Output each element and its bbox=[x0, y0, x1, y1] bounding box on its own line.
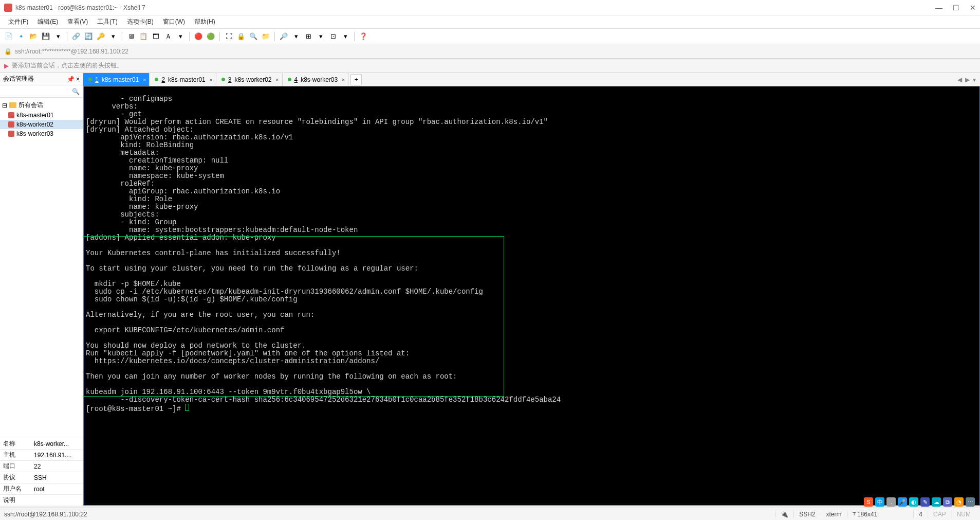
toolbar-icon-0[interactable]: 📄 bbox=[4, 32, 13, 41]
menu-tools[interactable]: 工具(T) bbox=[94, 16, 120, 27]
terminal[interactable]: - configmaps verbs: - get [dryrun] Would… bbox=[83, 86, 980, 506]
tree-root[interactable]: ⊟ 所有会话 bbox=[0, 100, 83, 111]
tab-nav-left-icon[interactable]: ◀ bbox=[957, 76, 962, 83]
toolbar-icon-17[interactable]: 🔴 bbox=[194, 32, 203, 41]
pin-icon[interactable]: 📌 bbox=[67, 76, 75, 83]
terminal-output-boxed: Your Kubernetes control-plane has initia… bbox=[86, 249, 561, 404]
prop-port-label: 端口 bbox=[0, 461, 31, 472]
tab-close-icon[interactable]: × bbox=[209, 77, 212, 83]
toolbar-icon-30[interactable]: ▾ bbox=[341, 32, 350, 41]
status-num: NUM bbox=[951, 511, 976, 518]
tray-icon-8[interactable]: ◔ bbox=[954, 497, 964, 507]
toolbar-icon-8[interactable]: 🔑 bbox=[96, 32, 105, 41]
menu-window[interactable]: 窗口(W) bbox=[160, 16, 188, 27]
tab-k8s-worker03-3[interactable]: 4 k8s-worker03× bbox=[283, 73, 349, 86]
toolbar-icon-28[interactable]: ▾ bbox=[316, 32, 325, 41]
toolbar-icon-1[interactable]: 🔹 bbox=[16, 32, 26, 41]
toolbar-icon-21[interactable]: 🔒 bbox=[236, 32, 246, 41]
collapse-icon[interactable]: ⊟ bbox=[2, 102, 7, 109]
terminal-output-pre: - configmaps verbs: - get [dryrun] Would… bbox=[86, 95, 548, 242]
prop-host-label: 主机 bbox=[0, 450, 31, 461]
add-tab-button[interactable]: + bbox=[350, 74, 362, 85]
tab-close-icon[interactable]: × bbox=[143, 77, 146, 83]
tray-icon-7[interactable]: ⧉ bbox=[943, 497, 952, 507]
tab-label: k8s-master01 bbox=[168, 76, 206, 83]
toolbar-icon-32[interactable]: ❓ bbox=[359, 32, 368, 41]
menu-edit[interactable]: 编辑(E) bbox=[34, 16, 61, 27]
prop-user-value: root bbox=[31, 483, 83, 495]
sidebar-close-icon[interactable]: × bbox=[76, 76, 80, 83]
toolbar-icon-26[interactable]: ▾ bbox=[291, 32, 301, 41]
connected-dot-icon bbox=[288, 78, 291, 81]
tab-k8s-worker02-2[interactable]: 3 k8s-worker02× bbox=[216, 73, 283, 86]
toolbar-icon-22[interactable]: 🔍 bbox=[249, 32, 258, 41]
tab-k8s-master01-0[interactable]: 1 k8s-master01× bbox=[83, 73, 150, 86]
toolbar-icon-13[interactable]: 🗔 bbox=[151, 32, 160, 41]
menu-file[interactable]: 文件(F) bbox=[5, 16, 31, 27]
titlebar: k8s-master01 - root@k8s-master01:~ - Xsh… bbox=[0, 0, 980, 15]
toolbar-icon-18[interactable]: 🟢 bbox=[206, 32, 215, 41]
toolbar-icon-3[interactable]: 💾 bbox=[41, 32, 50, 41]
status-sessions: 4 bbox=[913, 511, 928, 518]
status-cap: CAP bbox=[928, 511, 951, 518]
tray-icon-9[interactable]: ⋯ bbox=[966, 497, 975, 507]
status-tray-icon: 🔌 bbox=[775, 511, 793, 518]
window-title: k8s-master01 - root@k8s-master01:~ - Xsh… bbox=[15, 4, 935, 11]
toolbar-icon-14[interactable]: Ａ bbox=[163, 32, 173, 41]
toolbar-icon-25[interactable]: 🔎 bbox=[279, 32, 288, 41]
addressbar: 🔒 ssh://root:************@192.168.91.100… bbox=[0, 44, 980, 59]
infobar-text: 要添加当前会话，点击左侧的箭头按钮。 bbox=[12, 61, 123, 70]
tab-menu-icon[interactable]: ▾ bbox=[973, 76, 976, 83]
toolbar-icon-20[interactable]: ⛶ bbox=[224, 32, 233, 41]
toolbar-icon-29[interactable]: ⊡ bbox=[328, 32, 338, 41]
toolbar-icon-7[interactable]: 🔄 bbox=[84, 32, 93, 41]
toolbar-icon-12[interactable]: 📋 bbox=[139, 32, 148, 41]
tray-icon-3[interactable]: 🎤 bbox=[898, 497, 907, 507]
host-icon bbox=[8, 121, 14, 128]
toolbar-icon-27[interactable]: ⊞ bbox=[304, 32, 313, 41]
search-icon[interactable]: 🔍 bbox=[72, 88, 80, 95]
connected-dot-icon bbox=[155, 78, 158, 81]
tray-icon-0[interactable]: S bbox=[864, 497, 873, 507]
tab-number: 3 bbox=[228, 76, 232, 83]
prop-name-value: k8s-worker... bbox=[31, 438, 83, 450]
close-button[interactable]: ✕ bbox=[970, 4, 976, 12]
toolbar-icon-2[interactable]: 📂 bbox=[29, 32, 38, 41]
session-item-k8s-worker03[interactable]: k8s-worker03 bbox=[0, 129, 83, 138]
toolbar-icon-15[interactable]: ▾ bbox=[176, 32, 185, 41]
tray-icon-1[interactable]: 中 bbox=[875, 497, 884, 507]
statusbar: ssh://root@192.168.91.100:22 🔌 SSH2 xter… bbox=[0, 508, 980, 520]
toolbar-icon-9[interactable]: ▾ bbox=[108, 32, 118, 41]
tab-nav-right-icon[interactable]: ▶ bbox=[965, 76, 970, 83]
tray-icon-6[interactable]: ☁ bbox=[932, 497, 941, 507]
toolbar-icon-4[interactable]: ▾ bbox=[53, 32, 63, 41]
address-text[interactable]: ssh://root:************@192.168.91.100:2… bbox=[15, 48, 128, 55]
session-item-k8s-master01[interactable]: k8s-master01 bbox=[0, 111, 83, 120]
tray-icon-2[interactable]: ᎐ bbox=[886, 497, 896, 507]
minimize-button[interactable]: — bbox=[935, 4, 942, 12]
toolbar-icon-6[interactable]: 🔗 bbox=[71, 32, 81, 41]
session-item-label: k8s-worker02 bbox=[16, 121, 53, 128]
tray-icon-4[interactable]: ◐ bbox=[909, 497, 918, 507]
tab-number: 1 bbox=[95, 76, 99, 83]
tab-close-icon[interactable]: × bbox=[275, 77, 279, 83]
toolbar-icon-23[interactable]: 📁 bbox=[261, 32, 270, 41]
host-icon bbox=[8, 112, 14, 118]
menu-tab[interactable]: 选项卡(B) bbox=[124, 16, 157, 27]
prop-port-value: 22 bbox=[31, 461, 83, 472]
session-properties: 名称k8s-worker... 主机192.168.91.... 端口22 协议… bbox=[0, 438, 83, 506]
toolbar-icon-11[interactable]: 🖥 bbox=[126, 32, 136, 41]
tab-close-icon[interactable]: × bbox=[342, 77, 345, 83]
menubar: 文件(F) 编辑(E) 查看(V) 工具(T) 选项卡(B) 窗口(W) 帮助(… bbox=[0, 15, 980, 29]
prop-name-label: 名称 bbox=[0, 438, 31, 450]
menu-view[interactable]: 查看(V) bbox=[64, 16, 91, 27]
status-ssh: SSH2 bbox=[793, 511, 820, 518]
session-item-k8s-worker02[interactable]: k8s-worker02 bbox=[0, 120, 83, 129]
terminal-cursor bbox=[185, 404, 189, 411]
tray-icon-5[interactable]: ✎ bbox=[920, 497, 930, 507]
maximize-button[interactable]: ☐ bbox=[953, 4, 959, 12]
menu-help[interactable]: 帮助(H) bbox=[191, 16, 218, 27]
tab-k8s-master01-1[interactable]: 2 k8s-master01× bbox=[150, 73, 216, 86]
status-connection: ssh://root@192.168.91.100:22 bbox=[4, 511, 775, 518]
session-item-label: k8s-master01 bbox=[16, 112, 54, 119]
